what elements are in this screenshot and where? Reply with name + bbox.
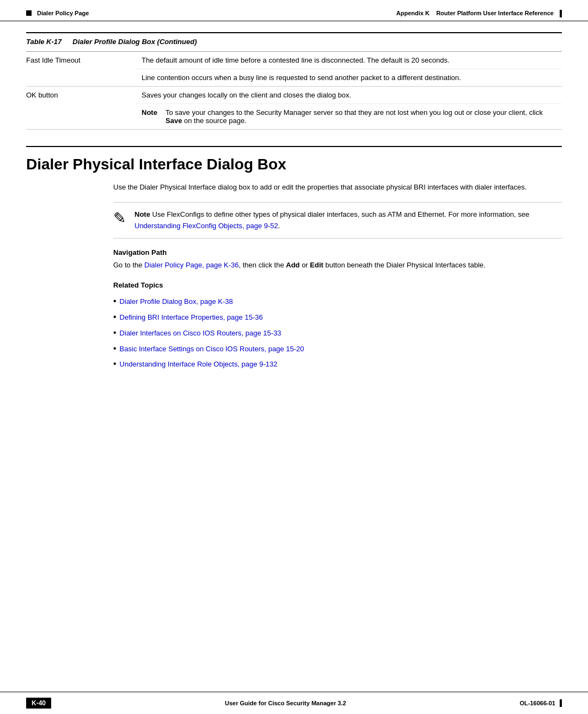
nav-path-section: Navigation Path Go to the Dialer Policy … (113, 248, 562, 271)
page-container: Dialer Policy Page Appendix K Router Pla… (0, 0, 588, 714)
bullet-icon: • (113, 309, 117, 325)
list-item: • Understanding Interface Role Objects, … (113, 356, 562, 372)
footer-right: OL-16066-01 (520, 699, 562, 707)
fast-idle-para-1: The default amount of idle time before a… (135, 52, 562, 69)
header-left-text: Dialer Policy Page (37, 10, 89, 16)
related-link-2[interactable]: Defining BRI Interface Properties, page … (120, 311, 263, 324)
table-description: Dialer Profile Dialog Box (Continued) (72, 38, 197, 46)
list-item: • Basic Interface Settings on Cisco IOS … (113, 341, 562, 357)
related-topics-heading: Related Topics (113, 281, 562, 289)
related-link-4[interactable]: Basic Interface Settings on Cisco IOS Ro… (120, 343, 304, 355)
related-link-1[interactable]: Dialer Profile Dialog Box, page K-38 (120, 295, 233, 308)
bullet-icon: • (113, 294, 117, 309)
ok-button-para-1: Saves your changes locally on the client… (135, 87, 562, 104)
main-content: Table K-17 Dialer Profile Dialog Box (Co… (0, 21, 588, 416)
section-heading: Dialer Physical Interface Dialog Box (26, 146, 562, 173)
header-left: Dialer Policy Page (26, 10, 89, 16)
flexconfig-link[interactable]: Understanding FlexConfig Objects, page 9… (134, 222, 278, 230)
list-item: • Dialer Interfaces on Cisco IOS Routers… (113, 325, 562, 341)
page-footer: K-40 User Guide for Cisco Security Manag… (0, 692, 588, 714)
note-pencil-icon: ✎ (113, 210, 126, 227)
intro-text: Use the Dialer Physical Interface dialog… (26, 182, 562, 193)
table-row: OK button Saves your changes locally on … (26, 87, 562, 130)
list-item: • Defining BRI Interface Properties, pag… (113, 309, 562, 325)
nav-path-text: Go to the Dialer Policy Page, page K-36,… (113, 260, 562, 271)
header-appendix: Appendix K (396, 10, 430, 16)
header-title: Router Platform User Interface Reference (436, 10, 554, 16)
related-topics-list: • Dialer Profile Dialog Box, page K-38 •… (113, 294, 562, 372)
footer-right-bar (560, 699, 562, 707)
page-badge: K-40 (26, 698, 51, 709)
field-content-fast-idle: The default amount of idle time before a… (135, 52, 562, 87)
table-row: Fast Idle Timeout The default amount of … (26, 52, 562, 87)
note-content: To save your changes to the Security Man… (166, 108, 555, 125)
note-block-content: Use FlexConfigs to define other types of… (134, 210, 529, 230)
note-block-body: Note Use FlexConfigs to define other typ… (134, 209, 562, 232)
table-label: Table K-17 (26, 38, 62, 46)
list-item: • Dialer Profile Dialog Box, page K-38 (113, 294, 562, 309)
fast-idle-para-2: Line contention occurs when a busy line … (135, 69, 562, 86)
bullet-icon: • (113, 341, 117, 357)
footer-center-text: User Guide for Cisco Security Manager 3.… (51, 700, 520, 706)
dialer-policy-link[interactable]: Dialer Policy Page, page K-36 (144, 261, 238, 269)
table-title-row: Table K-17 Dialer Profile Dialog Box (Co… (26, 32, 562, 46)
field-content-ok-button: Saves your changes locally on the client… (135, 87, 562, 130)
header-divider (560, 10, 562, 17)
note-block: ✎ Note Use FlexConfigs to define other t… (113, 202, 562, 239)
bullet-icon: • (113, 325, 117, 341)
related-link-5[interactable]: Understanding Interface Role Objects, pa… (120, 358, 278, 370)
nav-path-heading: Navigation Path (113, 248, 562, 257)
field-label-fast-idle: Fast Idle Timeout (26, 52, 135, 87)
ok-button-note: Note To save your changes to the Securit… (135, 104, 562, 129)
bullet-icon: • (113, 356, 117, 372)
footer-doc-number: OL-16066-01 (520, 700, 555, 706)
related-topics-section: Related Topics • Dialer Profile Dialog B… (113, 281, 562, 372)
note-block-label: Note (134, 210, 150, 218)
note-icon-wrapper: ✎ (113, 209, 126, 227)
header-right: Appendix K Router Platform User Interfac… (396, 10, 562, 17)
page-header: Dialer Policy Page Appendix K Router Pla… (0, 0, 588, 21)
data-table: Fast Idle Timeout The default amount of … (26, 51, 562, 130)
note-label: Note (142, 108, 161, 117)
header-square-icon (26, 10, 32, 16)
note-inline: Note To save your changes to the Securit… (142, 108, 555, 125)
related-link-3[interactable]: Dialer Interfaces on Cisco IOS Routers, … (120, 327, 281, 339)
field-label-ok-button: OK button (26, 87, 135, 130)
